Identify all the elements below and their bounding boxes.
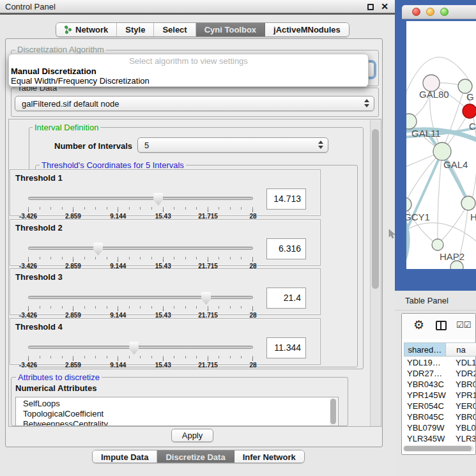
slider-ticks bbox=[28, 257, 253, 262]
threshold-2-slider-track[interactable] bbox=[28, 247, 253, 250]
control-panel-titlebar[interactable]: Control Panel ✕ bbox=[0, 0, 395, 15]
number-of-intervals-label: Number of Intervals bbox=[54, 141, 132, 151]
slider-ticks bbox=[28, 306, 253, 311]
minimize-traffic-light[interactable] bbox=[426, 8, 434, 16]
threshold-1-slider-track[interactable] bbox=[28, 197, 253, 200]
apply-button[interactable]: Apply bbox=[171, 429, 213, 442]
option-manual-discretization[interactable]: Manual Discretization bbox=[11, 66, 96, 76]
scrollbar-thumb[interactable] bbox=[372, 129, 379, 289]
zoom-traffic-light[interactable] bbox=[440, 8, 449, 16]
node-label: G bbox=[466, 91, 474, 102]
table-horizontal-scrollbar[interactable] bbox=[403, 445, 474, 452]
tab-select[interactable]: Select bbox=[154, 23, 196, 36]
tick-label: 2.859 bbox=[65, 362, 81, 369]
node-label: GAL11 bbox=[411, 128, 441, 139]
node-gal4[interactable] bbox=[433, 142, 451, 160]
threshold-2-value-field[interactable]: 6.316 bbox=[266, 238, 306, 259]
list-item[interactable]: SelfLoops bbox=[23, 399, 60, 408]
window-title: Control Panel bbox=[5, 2, 56, 12]
combo-arrows-icon bbox=[364, 99, 369, 107]
tab-impute-data[interactable]: Impute Data bbox=[93, 450, 157, 463]
node-hap2[interactable] bbox=[432, 239, 443, 250]
interval-definition-label: Interval Definition bbox=[33, 123, 100, 132]
threshold-3-panel: Threshold 3 -3.426 2.859 9.144 15.43 21.… bbox=[10, 268, 321, 315]
table-row[interactable]: YPR145WYPR1 bbox=[402, 390, 475, 401]
threshold-1-panel: Threshold 1 -3.426 2.859 9.144 15.43 21.… bbox=[10, 169, 321, 216]
option-equal-width-frequency[interactable]: Equal Width/Frequency Discretization bbox=[11, 76, 150, 86]
threshold-4-label: Threshold 4 bbox=[15, 322, 63, 332]
network-graph: GAL80 G C GAL11 GAL4 GCY1 H HAP2 bbox=[406, 21, 476, 269]
tab-infer-network[interactable]: Infer Network bbox=[234, 450, 304, 463]
column-header-shared[interactable]: shared… bbox=[404, 342, 446, 357]
tick-label: 28 bbox=[249, 362, 256, 369]
node-label: HAP2 bbox=[440, 251, 464, 262]
column-header-name[interactable]: na bbox=[446, 342, 476, 357]
network-canvas[interactable]: GAL80 G C GAL11 GAL4 GCY1 H HAP2 bbox=[406, 21, 476, 269]
control-panel-window: Control Panel ✕ Network Style Select Cyn… bbox=[0, 0, 395, 476]
tab-network[interactable]: Network bbox=[56, 23, 117, 36]
algorithm-dropdown-popup: Select algorithm to view settings Manual… bbox=[8, 54, 369, 87]
threshold-4-value-field[interactable]: 11.344 bbox=[266, 337, 306, 358]
node-label: GAL80 bbox=[419, 89, 449, 100]
table-row[interactable]: YDL19…YDL1 bbox=[402, 358, 475, 369]
tick-label: -3.426 bbox=[19, 362, 37, 369]
tab-discretize-data[interactable]: Discretize Data bbox=[157, 450, 234, 463]
threshold-2-slider-thumb[interactable] bbox=[93, 243, 103, 256]
network-window-titlebar[interactable] bbox=[402, 5, 476, 19]
number-of-intervals-combobox[interactable]: 5 bbox=[137, 137, 328, 153]
close-icon[interactable]: ✕ bbox=[381, 1, 388, 12]
threshold-2-label: Threshold 2 bbox=[15, 223, 63, 233]
gear-icon[interactable]: ⚙ bbox=[413, 319, 424, 331]
slider-ticks bbox=[28, 356, 253, 361]
threshold-1-value-field[interactable]: 14.713 bbox=[266, 188, 306, 210]
column-view-icon[interactable] bbox=[436, 321, 447, 330]
list-scrollbar[interactable] bbox=[330, 398, 337, 426]
slider-ticks bbox=[28, 207, 253, 212]
network-view-window[interactable]: GAL80 G C GAL11 GAL4 GCY1 H HAP2 bbox=[395, 0, 476, 291]
checkbox-icons[interactable]: ☑☑ bbox=[456, 320, 471, 330]
node-label: GCY1 bbox=[406, 211, 430, 222]
threshold-3-value-field[interactable]: 21.4 bbox=[266, 288, 306, 309]
node-label: GAL4 bbox=[443, 159, 468, 170]
node-selected-red[interactable] bbox=[463, 104, 476, 118]
table-row[interactable]: YDR27…YDR2 bbox=[402, 369, 475, 380]
table-row[interactable]: YBR045CYBR0 bbox=[402, 412, 475, 423]
table-row[interactable]: YLR345WYLR3 bbox=[402, 434, 475, 445]
threshold-1-slider-thumb[interactable] bbox=[153, 193, 163, 206]
node-label: C bbox=[469, 121, 476, 132]
node[interactable] bbox=[461, 196, 475, 210]
threshold-3-slider-track[interactable] bbox=[28, 296, 253, 299]
scrollbar-thumb[interactable] bbox=[404, 446, 472, 451]
table-row[interactable]: YER054CYER0 bbox=[402, 401, 475, 412]
tab-jactivemnodules[interactable]: jActiveMNodules bbox=[265, 23, 349, 36]
list-item[interactable]: TopologicalCoefficient bbox=[23, 409, 104, 418]
close-traffic-light[interactable] bbox=[412, 8, 420, 16]
float-window-icon[interactable] bbox=[367, 4, 374, 10]
threshold-3-slider-thumb[interactable] bbox=[201, 292, 211, 305]
bottom-tabbar: Impute Data Discretize Data Infer Networ… bbox=[92, 450, 305, 463]
threshold-3-label: Threshold 3 bbox=[15, 272, 63, 282]
table-data-combobox[interactable]: galFiltered.sif default node bbox=[15, 96, 374, 111]
table-panel: ⚙ ☑☑ shared… na YDL19…YDL1 YDR27…YDR2 YB… bbox=[401, 313, 476, 455]
network-nodes[interactable] bbox=[406, 75, 476, 269]
threshold-4-slider-thumb[interactable] bbox=[129, 342, 139, 355]
numerical-attributes-subtitle: Numerical Attributes bbox=[15, 383, 96, 393]
node-label: H bbox=[470, 211, 476, 222]
table-panel-header[interactable]: Table Panel bbox=[395, 291, 476, 311]
network-icon bbox=[65, 26, 72, 35]
table-row[interactable]: YBR043CYBR0 bbox=[402, 380, 475, 390]
table-header-row: shared… na bbox=[404, 342, 476, 357]
tab-cyni-toolbox[interactable]: Cyni Toolbox bbox=[196, 23, 265, 36]
tab-style[interactable]: Style bbox=[117, 23, 154, 36]
table-panel-title: Table Panel bbox=[405, 296, 449, 305]
algorithm-hint: Select algorithm to view settings bbox=[9, 56, 368, 66]
numerical-attributes-list[interactable]: SelfLoops TopologicalCoefficient Between… bbox=[15, 397, 339, 426]
threshold-4-panel: Threshold 4 -3.426 2.859 9.144 15.43 21.… bbox=[10, 318, 321, 365]
settings-vertical-scrollbar[interactable] bbox=[370, 120, 380, 426]
tick-label: 21.715 bbox=[198, 362, 218, 369]
table-row[interactable]: YBL079WYBL0 bbox=[402, 423, 475, 434]
node-gcy1[interactable] bbox=[406, 197, 411, 211]
table-rows: YDL19…YDL1 YDR27…YDR2 YBR043CYBR0 YPR145… bbox=[402, 357, 475, 448]
threshold-4-slider-track[interactable] bbox=[28, 346, 253, 349]
list-item[interactable]: BetweennessCentrality bbox=[23, 419, 108, 426]
